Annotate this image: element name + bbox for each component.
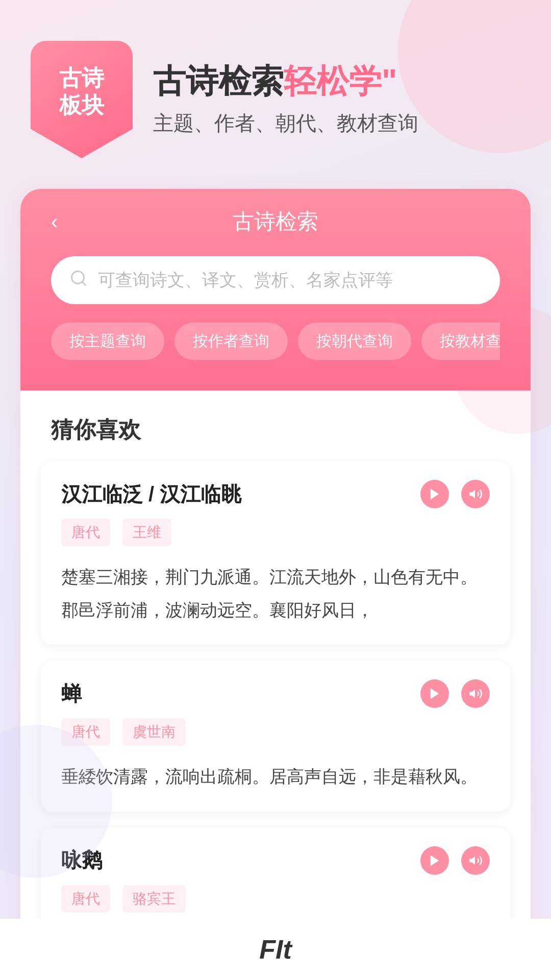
badge-text: 古诗 板块 (59, 65, 104, 119)
filter-tags: 按主题查询 按作者查询 按朝代查询 按教材查询 (51, 323, 500, 360)
poem-3-meta: 唐代 骆宾王 (61, 885, 490, 913)
main-card: ‹ 古诗检索 可查询诗文、译文、赏析、名家点评等 按主题查询 按作者查询 按朝代… (20, 189, 531, 974)
card-header: ‹ 古诗检索 可查询诗文、译文、赏析、名家点评等 按主题查询 按作者查询 按朝代… (20, 189, 531, 390)
poem-3-play-button[interactable] (420, 846, 449, 875)
filter-tag-author[interactable]: 按作者查询 (174, 323, 288, 360)
poem-2-title: 蝉 (61, 680, 82, 708)
svg-marker-3 (469, 490, 475, 498)
poem-1-meta: 唐代 王维 (61, 519, 490, 546)
poem-3-audio-button[interactable] (461, 846, 490, 875)
poem-3-dynasty: 唐代 (61, 885, 110, 913)
poem-1-author: 王维 (122, 519, 171, 546)
poem-card-2-header: 蝉 (61, 679, 490, 708)
filter-tag-dynasty[interactable]: 按朝代查询 (298, 323, 411, 360)
poem-card-3-header: 咏鹅 (61, 846, 490, 875)
poem-1-content: 楚塞三湘接，荆门九派通。江流天地外，山色有无中。郡邑浮前浦，波澜动远空。襄阳好风… (61, 560, 490, 626)
badge-icon: 古诗 板块 (31, 41, 133, 158)
poem-2-play-button[interactable] (420, 679, 449, 708)
card-body: 猜你喜欢 汉江临泛 / 汉江临眺 唐代 王维 楚塞三湘接，荆门九派通。江流天地外… (20, 390, 531, 974)
card-nav: ‹ 古诗检索 (51, 207, 500, 236)
fit-label: FIt (259, 934, 292, 965)
svg-marker-4 (431, 689, 439, 699)
svg-marker-2 (431, 489, 439, 500)
search-icon (69, 269, 88, 292)
svg-marker-5 (469, 690, 475, 698)
poem-card-1-header: 汉江临泛 / 汉江临眺 (61, 480, 490, 508)
search-bar[interactable]: 可查询诗文、译文、赏析、名家点评等 (51, 256, 500, 304)
header-title-highlight: 轻松学 (284, 63, 382, 100)
poem-1-audio-button[interactable] (461, 480, 490, 508)
back-button[interactable]: ‹ (51, 211, 58, 232)
card-nav-title: 古诗检索 (233, 207, 318, 236)
poem-1-actions (420, 480, 490, 508)
poem-2-meta: 唐代 虞世南 (61, 718, 490, 746)
poem-2-actions (420, 679, 490, 708)
svg-line-1 (82, 281, 86, 285)
svg-marker-7 (469, 856, 475, 865)
header-title-quote: " (382, 63, 397, 100)
header-title-normal: 古诗检索 (153, 63, 284, 100)
poem-3-actions (420, 846, 490, 875)
poem-1-play-button[interactable] (420, 480, 449, 508)
poem-2-content: 垂緌饮清露，流响出疏桐。居高声自远，非是藉秋风。 (61, 760, 490, 793)
poem-2-audio-button[interactable] (461, 679, 490, 708)
poem-3-author: 骆宾王 (122, 885, 186, 913)
search-placeholder: 可查询诗文、译文、赏析、名家点评等 (98, 268, 393, 292)
svg-marker-6 (431, 855, 439, 866)
poem-2-author: 虞世南 (122, 718, 186, 746)
poem-1-dynasty: 唐代 (61, 519, 110, 546)
filter-tag-textbook[interactable]: 按教材查询 (421, 323, 500, 360)
poem-card-1[interactable]: 汉江临泛 / 汉江临眺 唐代 王维 楚塞三湘接，荆门九派通。江流天地外，山色有无… (41, 461, 510, 645)
section-title: 猜你喜欢 (20, 390, 531, 461)
filter-tag-theme[interactable]: 按主题查询 (51, 323, 164, 360)
poem-1-title: 汉江临泛 / 汉江临眺 (61, 480, 241, 508)
bottom-bar: FIt (0, 919, 551, 980)
